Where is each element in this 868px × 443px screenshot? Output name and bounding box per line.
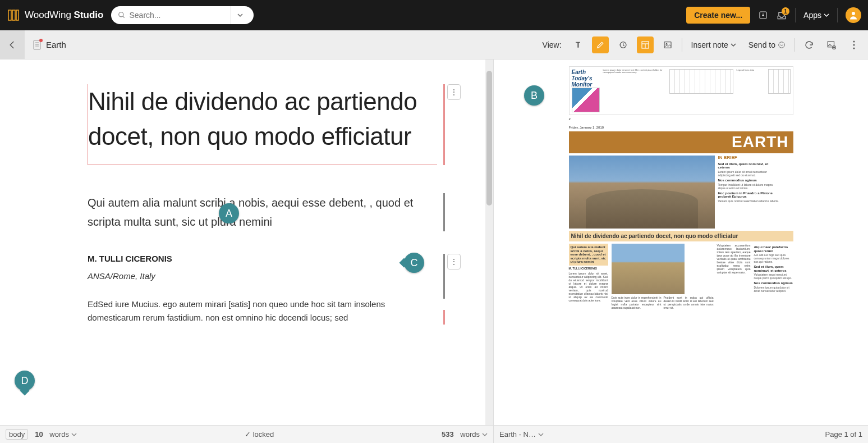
- svg-point-2: [852, 12, 855, 15]
- in-brief-label: IN BRIEF: [718, 156, 780, 161]
- element-word-count[interactable]: 10 words: [35, 430, 77, 439]
- block-menu-button[interactable]: ⋮: [447, 84, 461, 100]
- brand-logo[interactable]: WoodWing Studio: [7, 8, 103, 22]
- annotation-badge-d: D: [15, 371, 35, 391]
- preview-doc-selector[interactable]: Earth - N…: [499, 430, 544, 439]
- monitor-title: Earth Today's Monitor: [572, 69, 600, 88]
- page-number: 2: [569, 115, 571, 124]
- sidebar-text: Voluptatem sequi nesciunt neque porro qu…: [754, 273, 793, 280]
- annotation-badge-a: A: [219, 203, 239, 223]
- main-content: Nihil de dividendo ac partiendo docet, n…: [0, 60, 868, 425]
- refresh-button[interactable]: [801, 36, 818, 53]
- sidebar-text: Tempor incididunt ut labore et dolore ma…: [718, 183, 780, 190]
- tray-icon[interactable]: 1: [776, 10, 787, 21]
- document-tab[interactable]: Earth: [25, 40, 74, 50]
- headline-block[interactable]: Nihil de dividendo ac partiendo docet, n…: [88, 84, 437, 165]
- byline-text[interactable]: M. TULLI CICERONIS: [88, 254, 437, 263]
- sidebar-heading: Sed et illum, quem nominavi, et ceteros: [718, 162, 780, 170]
- chart-icon: [768, 69, 791, 94]
- section-banner: EARTH: [569, 131, 793, 153]
- body-text[interactable]: EdSed iure Mucius. ego autem mirari [sat…: [88, 298, 437, 325]
- annotation-badge-b: B: [524, 85, 544, 106]
- svg-point-12: [665, 43, 667, 45]
- editor-pane[interactable]: Nihil de dividendo ac partiendo docet, n…: [0, 60, 494, 425]
- annotation-badge-c: C: [404, 253, 424, 273]
- top-bar: WoodWing Studio Create new... 1 Apps: [0, 0, 868, 30]
- element-type[interactable]: body: [6, 429, 28, 440]
- unsaved-dot-icon: [39, 39, 43, 42]
- divider: [795, 8, 796, 22]
- document-toolbar: Earth View: Insert note Send to: [0, 30, 868, 60]
- status-bar-row: body 10 words ✓ locked 533 words Earth -…: [0, 425, 868, 443]
- byline-block[interactable]: M. TULLI CICERONIS ANSA/Rome, Italy EdSe…: [88, 254, 437, 325]
- file-icon: [33, 40, 42, 50]
- sidebar-text: Dolorem ipsum quia dolor sit amet consec…: [754, 286, 793, 293]
- editor-status-bar: body 10 words ✓ locked 533 words: [0, 425, 494, 443]
- back-button[interactable]: [0, 30, 25, 60]
- separator: [794, 38, 795, 52]
- view-history-button[interactable]: [614, 36, 631, 53]
- search-input[interactable]: [129, 11, 227, 20]
- svg-point-16: [853, 40, 855, 42]
- create-new-button[interactable]: Create new...: [686, 7, 750, 24]
- locked-status: ✓ locked: [245, 430, 274, 439]
- upload-icon[interactable]: [758, 10, 768, 20]
- subhead-block[interactable]: Qui autem alia malunt scribi a nobis, ae…: [88, 193, 437, 231]
- scrollbar[interactable]: [485, 60, 493, 425]
- sidebar-heading: Hoc positum in Phaedro a Platone probavi…: [718, 191, 780, 199]
- photo-placeholder: [569, 156, 715, 229]
- block-menu-button[interactable]: ⋮: [447, 254, 461, 270]
- sidebar-heading: Sed et illum, quem nominavi, et ceteros: [754, 265, 793, 272]
- brand-name: WoodWing Studio: [25, 10, 103, 21]
- view-layout-button[interactable]: [637, 36, 654, 53]
- scroll-thumb[interactable]: [486, 71, 492, 205]
- notification-badge: 1: [782, 7, 789, 15]
- sidebar-text: Aut odit aut fugit sed quia consequuntur…: [754, 253, 793, 263]
- block-marker: [443, 254, 445, 299]
- chart-icon: [572, 88, 600, 112]
- preview-date: Friday, January 1, 2010: [569, 124, 793, 132]
- headline-text[interactable]: Nihil de dividendo ac partiendo docet, n…: [88, 84, 437, 165]
- search-box[interactable]: [111, 6, 254, 24]
- more-menu-button[interactable]: [846, 36, 862, 53]
- subhead-text[interactable]: Qui autem alia malunt scribi a nobis, ae…: [88, 193, 437, 231]
- insert-note-button[interactable]: Insert note: [688, 38, 740, 52]
- agency-text[interactable]: ANSA/Rome, Italy: [88, 271, 437, 281]
- photo-placeholder: [612, 244, 685, 294]
- total-word-count[interactable]: 533 words: [442, 430, 488, 439]
- page-info: Page 1 of 1: [825, 430, 863, 439]
- chart-icon: [669, 69, 733, 94]
- woodwing-logo-icon: [7, 8, 20, 22]
- send-to-button[interactable]: Send to: [745, 38, 789, 52]
- view-label: View:: [543, 40, 562, 49]
- view-text-button[interactable]: [570, 36, 586, 53]
- preview-intro: Qui autem alia malunt scribi a nobis, ae…: [569, 244, 608, 266]
- separator: [682, 38, 682, 52]
- block-marker: [443, 310, 445, 325]
- sidebar-heading: Nos commodius agimus: [754, 281, 793, 285]
- preview-status-bar: Earth - N… Page 1 of 1: [494, 425, 868, 443]
- sidebar-text: Lorem ipsum dolor sit amet consectetur a…: [718, 170, 780, 177]
- preview-pane[interactable]: B Earth Today's Monitor Lorem ipsum dolo…: [494, 60, 868, 425]
- view-edit-button[interactable]: [592, 36, 609, 53]
- preview-article-title: Nihil de dividendo ac partiendo docet, n…: [569, 231, 793, 241]
- user-avatar[interactable]: [846, 7, 861, 23]
- view-image-button[interactable]: [659, 36, 676, 53]
- svg-point-18: [853, 47, 855, 49]
- preview-byline: M. TULLI CICERONIS: [569, 267, 608, 271]
- check-icon: ✓: [245, 430, 251, 439]
- search-icon: [118, 11, 126, 19]
- newspaper-preview: Earth Today's Monitor Lorem ipsum dolor …: [569, 66, 793, 309]
- svg-point-0: [119, 12, 123, 17]
- divider: [837, 8, 838, 22]
- block-marker: [443, 193, 445, 231]
- apps-menu[interactable]: Apps: [803, 11, 829, 20]
- search-dropdown-toggle[interactable]: [231, 6, 249, 24]
- image-add-button[interactable]: [823, 36, 840, 53]
- sidebar-heading: Atqui haec patefactio quasi rerum: [754, 245, 793, 253]
- svg-point-13: [779, 42, 785, 48]
- document-title: Earth: [46, 40, 66, 49]
- sidebar-text: Veniam quis nostrud exercitation ullamco…: [718, 199, 780, 203]
- svg-rect-11: [664, 42, 671, 48]
- block-marker: [443, 84, 445, 165]
